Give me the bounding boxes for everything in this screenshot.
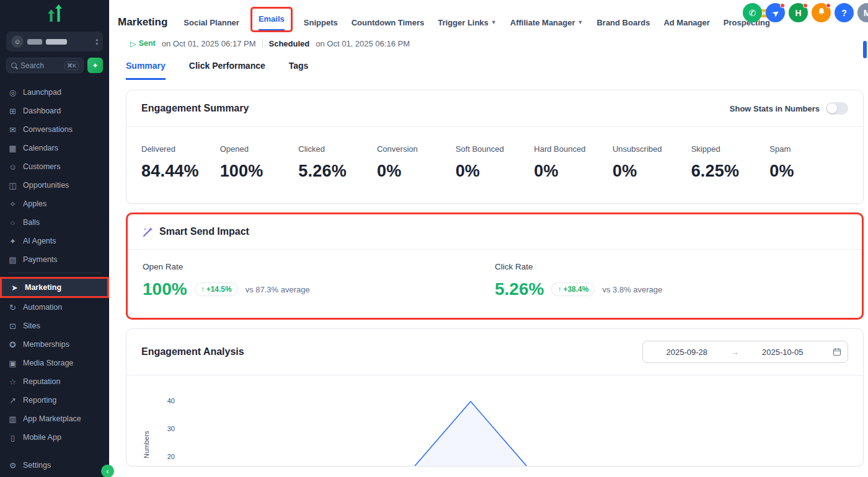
sidebar-item-sites[interactable]: ⊡ Sites — [0, 317, 109, 335]
sidebar-item-customers[interactable]: ☺ Customers — [0, 157, 109, 176]
sidebar-item-conversations[interactable]: ✉ Conversations — [0, 120, 109, 139]
help-icon[interactable]: ? — [835, 3, 854, 22]
account-subname-placeholder — [46, 39, 67, 45]
app-marketplace-icon: ▥ — [8, 414, 17, 424]
sidebar-item-reporting[interactable]: ↗ Reporting — [0, 391, 109, 409]
sidebar-item-balls[interactable]: ○ Balls — [0, 213, 109, 232]
sidebar-item-payments[interactable]: ▤ Payments — [0, 250, 109, 269]
date-from[interactable]: 2025-09-28 — [643, 348, 731, 357]
reputation-icon: ☆ — [8, 377, 17, 387]
tab-brand-boards[interactable]: Brand Boards — [596, 18, 650, 27]
y-tick-20: 20 — [161, 453, 175, 460]
search-shortcut-badge: ⌘K — [64, 61, 79, 70]
click-rate-row: 5.26% ↑ +38.4% vs 3.8% average — [495, 279, 847, 299]
tab-affiliate-manager[interactable]: Affiliate Manager ▼ — [510, 18, 583, 27]
date-range-picker[interactable]: 2025-09-28 → 2025-10-05 — [642, 341, 848, 363]
content: Engagement Summary Show Stats in Numbers… — [109, 80, 868, 466]
sidebar-item-dashboard[interactable]: ⊞ Dashboard — [0, 102, 109, 120]
notifications-bell-icon[interactable] — [812, 3, 831, 22]
sidebar-item-label: AI Agents — [23, 237, 56, 245]
engagement-summary-card: Engagement Summary Show Stats in Numbers… — [126, 90, 864, 204]
search-input[interactable]: Search ⌘K — [6, 58, 84, 73]
engagement-chart: Numbers 403020 — [141, 379, 857, 466]
send-icon[interactable]: ➤ — [766, 3, 785, 22]
conversations-icon: ✉ — [8, 125, 17, 134]
reporting-icon: ↗ — [8, 396, 17, 405]
icon-glyph: ✆ — [749, 8, 756, 18]
content-tab-click-performance[interactable]: Click Performance — [189, 61, 265, 80]
phone-icon[interactable]: ✆ — [743, 3, 762, 22]
tab-countdown-timers[interactable]: Countdown Timers — [352, 18, 424, 27]
sidebar-item-opportunities[interactable]: ◫ Opportunities — [0, 176, 109, 195]
smart-send-impact-card: Smart Send Impact Open Rate 100% ↑ +14.5… — [126, 212, 864, 320]
metric-label: Delivered — [141, 144, 220, 154]
growth-arrows-logo-icon — [42, 3, 67, 25]
tab-emails[interactable]: Emails — [250, 7, 293, 32]
sidebar-item-launchpad[interactable]: ◎ Launchpad — [0, 83, 109, 102]
content-tab-summary[interactable]: Summary — [126, 61, 166, 80]
user-avatar[interactable]: M — [857, 3, 868, 22]
sidebar-nav: ◎ Launchpad ⊞ Dashboard ✉ Conversations … — [0, 83, 109, 456]
calendar-icon — [826, 348, 848, 356]
sidebar-item-label: Settings — [23, 461, 51, 470]
sidebar-item-label: App Marketplace — [23, 414, 81, 423]
sidebar-item-reputation[interactable]: ☆ Reputation — [0, 372, 109, 391]
account-switcher[interactable]: ☺ ▴▾ — [6, 32, 103, 51]
brand-logo-icon[interactable]: H — [789, 3, 808, 22]
chevron-down-icon: ▼ — [491, 19, 497, 25]
sidebar-item-mobile-app[interactable]: ▯ Mobile App — [0, 428, 109, 447]
sidebar-item-label: Apples — [23, 199, 46, 208]
engagement-analysis-header: Engagement Analysis 2025-09-28 → 2025-10… — [126, 329, 863, 375]
tab-trigger-links[interactable]: Trigger Links ▼ — [438, 18, 497, 27]
tab-label: Trigger Links — [438, 18, 489, 27]
automation-icon: ↻ — [8, 303, 17, 312]
account-name-placeholder — [27, 39, 42, 45]
y-axis-label: Numbers — [143, 396, 150, 458]
sidebar-item-automation[interactable]: ↻ Automation — [0, 298, 109, 317]
sidebar-item-memberships[interactable]: ✪ Memberships — [0, 335, 109, 354]
metric-label: Soft Bounced — [456, 144, 534, 154]
sidebar-bottom: ⚙ Settings — [0, 456, 109, 477]
tab-label: Social Planner — [184, 18, 239, 27]
settings-icon: ⚙ — [8, 461, 17, 470]
sidebar-item-label: Automation — [23, 303, 62, 312]
sent-timestamp: on Oct 01, 2025 06:17 PM — [162, 39, 256, 48]
search-placeholder: Search — [20, 61, 44, 70]
apples-icon: ✧ — [8, 199, 17, 209]
y-tick-30: 30 — [161, 425, 175, 432]
metric-value: 0% — [534, 162, 613, 181]
chevron-left-icon: ‹ — [106, 466, 108, 476]
play-icon: ▷ — [130, 39, 136, 48]
sidebar-item-ai-agents[interactable]: ✦ AI Agents — [0, 232, 109, 250]
tab-social-planner[interactable]: Social Planner — [184, 18, 239, 27]
sidebar-item-label: Payments — [23, 255, 58, 264]
sidebar-item-settings[interactable]: ⚙ Settings — [0, 456, 109, 475]
stats-toggle-wrap: Show Stats in Numbers — [730, 102, 848, 115]
tab-snippets[interactable]: Snippets — [304, 18, 338, 27]
icon-glyph: M — [864, 8, 868, 18]
sidebar-item-apples[interactable]: ✧ Apples — [0, 195, 109, 213]
sidebar-item-app-marketplace[interactable]: ▥ App Marketplace — [0, 409, 109, 428]
customers-icon: ☺ — [8, 162, 17, 172]
sidebar-item-label: Customers — [23, 162, 60, 171]
open-rate-value: 100% — [143, 279, 187, 299]
open-rate-comparison: vs 87.3% average — [246, 285, 310, 294]
sidebar-item-label: Reputation — [23, 377, 60, 386]
sidebar-item-marketing[interactable]: ➤ Marketing — [0, 277, 109, 298]
sidebar-item-media-storage[interactable]: ▣ Media Storage — [0, 354, 109, 372]
sidebar-item-calendars[interactable]: ▦ Calendars — [0, 139, 109, 157]
metric-value: 100% — [220, 162, 299, 181]
content-tab-tags[interactable]: Tags — [289, 61, 309, 80]
main-area: ✆ ➤ H ? M Marketing Social Planner Email… — [109, 0, 868, 477]
notification-dot — [826, 3, 831, 8]
app-logo[interactable] — [0, 0, 109, 27]
scrollbar-thumb[interactable] — [863, 41, 867, 58]
show-stats-toggle[interactable] — [826, 102, 848, 115]
sidebar-item-label: Conversations — [23, 125, 73, 134]
account-switch-chevrons-icon[interactable]: ▴▾ — [95, 37, 98, 46]
sidebar-collapse-button[interactable]: ‹ — [101, 465, 114, 477]
smart-send-header: Smart Send Impact — [128, 214, 862, 250]
date-to[interactable]: 2025-10-05 — [739, 348, 827, 357]
ai-assistant-button[interactable]: ✦ — [87, 58, 103, 73]
tab-ad-manager[interactable]: Ad Manager — [663, 18, 709, 27]
